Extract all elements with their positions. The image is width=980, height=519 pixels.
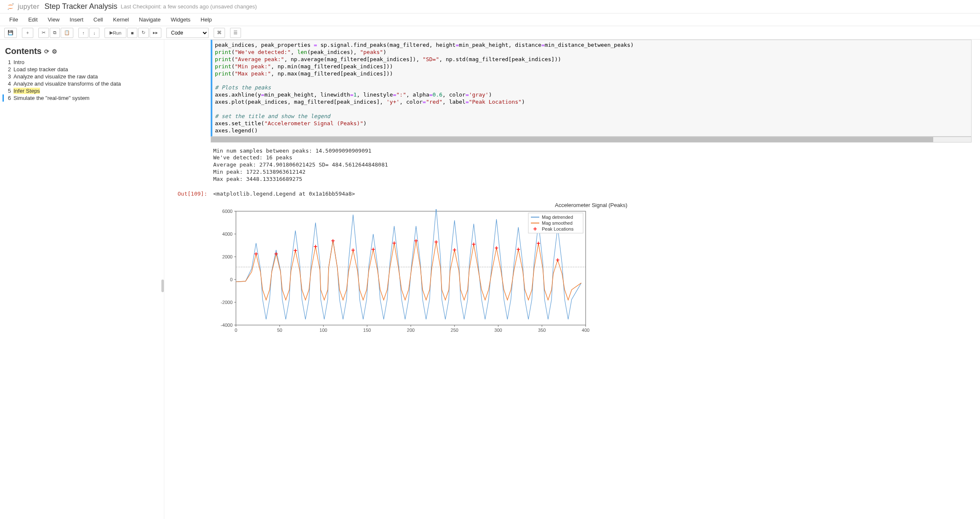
header: jupyter Step Tracker Analysis Last Check…	[0, 0, 980, 13]
in-prompt	[173, 40, 211, 137]
paste-button[interactable]: 📋	[61, 28, 73, 38]
restart-button[interactable]: ↻	[138, 28, 149, 38]
cut-button[interactable]: ✂	[38, 28, 49, 38]
svg-text:250: 250	[451, 328, 458, 333]
svg-text:0: 0	[235, 328, 237, 333]
toolbar: 💾 ＋ ✂ ⧉ 📋 ↑ ↓ ▶ Run ■ ↻ ▸▸ Code ⌘ ☰	[0, 26, 980, 40]
chart-output: Accelerometer Signal (Peaks) -4000-20000…	[173, 199, 972, 336]
move-up-button[interactable]: ↑	[78, 28, 88, 38]
toc-item[interactable]: 2Load step tracker data	[5, 66, 159, 73]
toc-sidebar: Contents ⟳ ⚙ 1Intro2Load step tracker da…	[0, 40, 164, 519]
code-horizontal-scrollbar[interactable]	[211, 137, 972, 143]
sidebar-resize-handle[interactable]	[161, 280, 164, 292]
jupyter-icon	[5, 3, 16, 11]
toc-title: Contents ⟳ ⚙	[5, 46, 159, 56]
menu-edit[interactable]: Edit	[23, 15, 43, 24]
gear-icon[interactable]: ⚙	[52, 48, 57, 55]
toc-button[interactable]: ☰	[230, 28, 241, 38]
add-cell-button[interactable]: ＋	[22, 28, 33, 38]
save-button[interactable]: 💾	[4, 28, 17, 38]
chart-title: Accelerometer Signal (Peaks)	[211, 202, 972, 208]
stdout-output: Min num samples between peaks: 14.509090…	[173, 146, 972, 185]
svg-text:150: 150	[363, 328, 371, 333]
execute-result: Out[109]: <matplotlib.legend.Legend at 0…	[173, 189, 972, 199]
toc-item[interactable]: 3Analyze and visualize the raw data	[5, 73, 159, 80]
stdout-text: Min num samples between peaks: 14.509090…	[211, 146, 972, 185]
checkpoint-text: Last Checkpoint: a few seconds ago (unsa…	[121, 3, 257, 10]
menu-view[interactable]: View	[43, 15, 64, 24]
svg-text:-2000: -2000	[221, 300, 233, 305]
logo-text: jupyter	[18, 3, 40, 11]
cell-type-select[interactable]: Code	[166, 28, 209, 38]
svg-text:6000: 6000	[222, 209, 233, 214]
notebook-title[interactable]: Step Tracker Analysis	[45, 2, 118, 11]
refresh-icon[interactable]: ⟳	[44, 48, 49, 55]
svg-text:Mag smoothed: Mag smoothed	[542, 221, 573, 226]
menu-insert[interactable]: Insert	[64, 15, 88, 24]
menu-help[interactable]: Help	[195, 15, 217, 24]
menu-cell[interactable]: Cell	[88, 15, 108, 24]
menu-file[interactable]: File	[4, 15, 23, 24]
svg-text:Peak Locations: Peak Locations	[542, 226, 574, 231]
out-prompt: Out[109]:	[173, 189, 211, 199]
menubar: FileEditViewInsertCellKernelNavigateWidg…	[0, 13, 980, 26]
menu-kernel[interactable]: Kernel	[108, 15, 134, 24]
svg-text:-4000: -4000	[221, 323, 233, 328]
run-button[interactable]: ▶ Run	[104, 28, 126, 38]
out-repr: <matplotlib.legend.Legend at 0x1a16bb594…	[211, 189, 972, 199]
jupyter-logo: jupyter	[5, 3, 40, 11]
toc-item[interactable]: 6Simulate the "real-time" system	[3, 94, 159, 102]
svg-text:400: 400	[582, 328, 589, 333]
svg-point-0	[13, 3, 14, 4]
svg-text:200: 200	[407, 328, 415, 333]
svg-text:50: 50	[277, 328, 282, 333]
svg-text:100: 100	[319, 328, 327, 333]
svg-text:4000: 4000	[222, 231, 233, 237]
move-down-button[interactable]: ↓	[89, 28, 99, 38]
svg-text:2000: 2000	[222, 254, 233, 259]
svg-text:300: 300	[494, 328, 502, 333]
command-palette-button[interactable]: ⌘	[214, 28, 225, 38]
code-cell[interactable]: peak_indices, peak_properties = sp.signa…	[173, 40, 972, 137]
svg-text:0: 0	[230, 277, 233, 282]
code-editor[interactable]: peak_indices, peak_properties = sp.signa…	[211, 40, 972, 137]
menu-widgets[interactable]: Widgets	[166, 15, 195, 24]
toc-item[interactable]: 4Analyze and visualize transforms of the…	[5, 80, 159, 87]
notebook-area: peak_indices, peak_properties = sp.signa…	[164, 40, 980, 519]
svg-text:Mag detrended: Mag detrended	[542, 215, 573, 220]
toc-item[interactable]: 1Intro	[5, 59, 159, 66]
stop-button[interactable]: ■	[127, 28, 137, 38]
svg-point-1	[8, 9, 8, 10]
copy-button[interactable]: ⧉	[50, 28, 60, 38]
accelerometer-chart: -4000-2000020004000600005010015020025030…	[211, 209, 590, 336]
svg-text:350: 350	[538, 328, 546, 333]
toc-item[interactable]: 5Infer Steps	[5, 87, 159, 94]
run-all-button[interactable]: ▸▸	[150, 28, 161, 38]
menu-navigate[interactable]: Navigate	[134, 15, 166, 24]
